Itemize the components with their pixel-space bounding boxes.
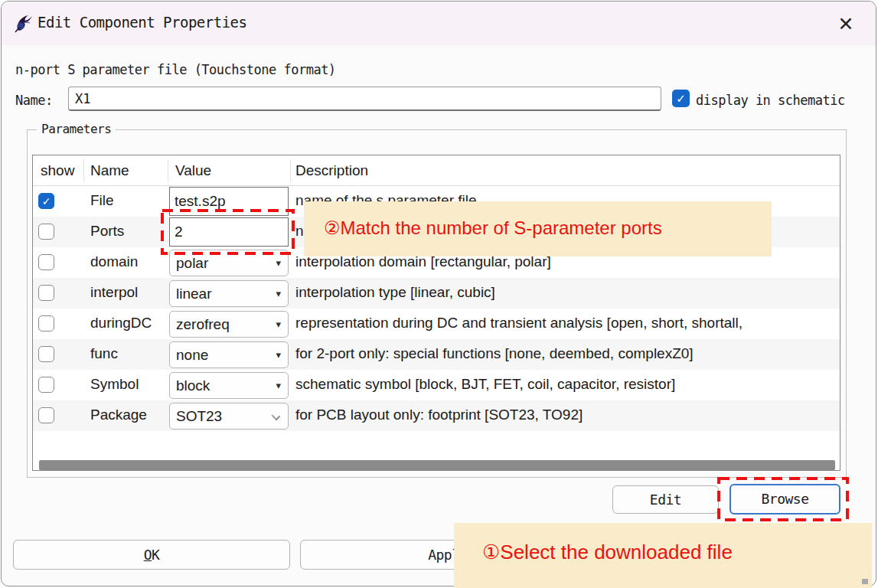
chevron-down-icon: ▾ (276, 373, 281, 398)
name-label: Name: (15, 93, 53, 108)
annotation-step2-highlight: ②Match the number of S-parameter ports (304, 201, 772, 256)
resize-handle-artifact (862, 579, 868, 584)
param-description: for PCB layout only: footprint [SOT23, T… (295, 407, 583, 423)
dropdown-value: linear (176, 286, 211, 302)
show-checkbox[interactable] (38, 377, 54, 393)
param-value-dropdown[interactable]: zerofreq ▾ (169, 311, 289, 338)
display-in-schematic-checkbox[interactable]: ✓ (672, 90, 690, 107)
param-description: for 2-port only: special functions [none… (295, 345, 694, 362)
window-title: Edit Component Properties (38, 14, 246, 31)
dropdown-value: polar (176, 255, 208, 271)
dropdown-value: block (176, 377, 210, 394)
table-row-func: func none ▾ for 2-port only: special fun… (33, 339, 840, 370)
edit-component-properties-dialog: Edit Component Properties ✕ n-port S par… (1, 1, 876, 586)
show-checkbox[interactable] (38, 224, 54, 240)
header-separator (290, 159, 291, 182)
ok-label-underlined: O (144, 547, 152, 563)
table-row-duringdc: duringDC zerofreq ▾ representation durin… (33, 309, 840, 339)
check-icon: ✓ (42, 195, 51, 207)
chevron-down-icon: ▾ (276, 342, 281, 368)
show-checkbox[interactable] (38, 285, 54, 301)
param-name: domain (90, 253, 138, 270)
table-row-package: Package SOT23 for PCB layout only: footp… (33, 400, 840, 431)
ok-button[interactable]: OK (13, 540, 290, 570)
column-header-show: show (41, 162, 74, 179)
column-header-name: Name (90, 162, 129, 179)
browse-button[interactable]: Browse (729, 484, 840, 514)
dropdown-value: zerofreq (176, 316, 230, 332)
app-logo-icon (13, 13, 33, 34)
param-value-dropdown[interactable]: polar ▾ (169, 250, 289, 276)
check-icon: ✓ (676, 92, 686, 105)
param-value-dropdown[interactable]: block ▾ (169, 372, 289, 399)
param-description: representation during DC and transient a… (295, 315, 743, 332)
param-name: duringDC (90, 315, 152, 332)
column-header-description: Description (295, 162, 368, 179)
titlebar: Edit Component Properties ✕ (2, 2, 876, 45)
chevron-down-icon: ▾ (276, 312, 281, 337)
component-type-label: n-port S parameter file (Touchstone form… (15, 62, 336, 77)
show-checkbox[interactable] (38, 346, 54, 362)
param-name: File (90, 192, 114, 209)
param-value-input[interactable] (169, 187, 289, 216)
param-value-dropdown[interactable]: linear ▾ (169, 280, 289, 307)
dropdown-value: none (176, 347, 208, 363)
param-name: Ports (90, 223, 124, 240)
param-name: interpol (90, 284, 138, 301)
annotation-step1-highlight: ①Select the downloaded file (454, 523, 872, 588)
param-name: Symbol (90, 376, 139, 393)
table-row-interpol: interpol linear ▾ interpolation type [li… (33, 278, 840, 309)
ok-label-rest: K (152, 547, 159, 563)
show-checkbox[interactable]: ✓ (38, 193, 54, 209)
show-checkbox[interactable] (38, 254, 54, 270)
column-header-value: Value (175, 162, 211, 179)
param-value-dropdown[interactable]: SOT23 (169, 403, 289, 430)
display-in-schematic-label: display in schematic (696, 93, 845, 108)
parameters-group-label: Parameters (37, 122, 116, 136)
show-checkbox[interactable] (38, 407, 54, 423)
param-value-dropdown[interactable]: none ▾ (169, 341, 289, 368)
chevron-down-icon: ▾ (276, 281, 281, 306)
chevron-down-icon: ▾ (276, 250, 281, 276)
table-row-symbol: Symbol block ▾ schematic symbol [block, … (33, 370, 840, 400)
param-name: func (90, 345, 118, 362)
param-description: interpolation type [linear, cubic] (295, 284, 495, 301)
header-separator (168, 159, 168, 182)
param-description: n (295, 223, 304, 240)
header-separator (83, 159, 84, 182)
edit-button[interactable]: Edit (612, 485, 719, 514)
horizontal-scrollbar[interactable] (39, 460, 835, 470)
param-description: schematic symbol [block, BJT, FET, coil,… (295, 376, 675, 393)
param-value-input[interactable] (169, 217, 289, 247)
param-name: Package (90, 407, 147, 423)
close-icon[interactable]: ✕ (833, 12, 859, 35)
table-header: show Name Value Description (33, 155, 840, 186)
chevron-down-icon (272, 412, 280, 420)
annotation-step2-text: ②Match the number of S-parameter ports (324, 217, 662, 239)
parameters-groupbox: Parameters show Name Value Description ✓… (27, 129, 847, 478)
show-checkbox[interactable] (38, 315, 54, 332)
dropdown-value: SOT23 (176, 408, 222, 424)
name-input[interactable] (68, 87, 661, 111)
annotation-step1-text: ①Select the downloaded file (482, 541, 733, 564)
